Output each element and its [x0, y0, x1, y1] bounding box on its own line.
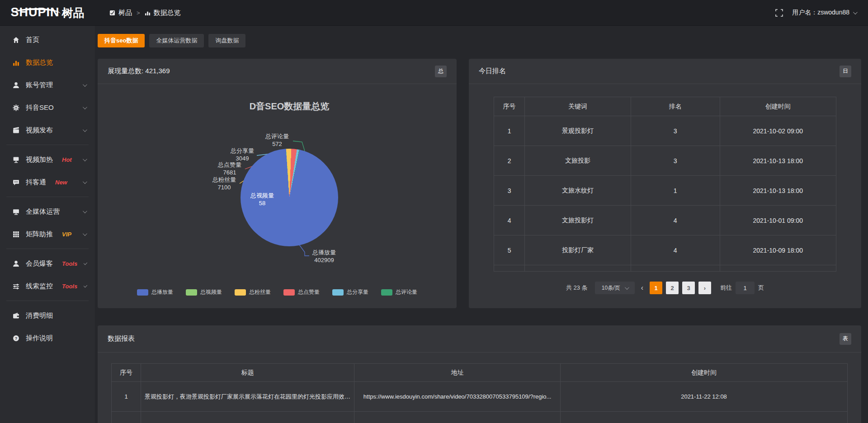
legend-item-shares[interactable]: 总分享量 [332, 288, 368, 296]
monitor-icon [13, 156, 19, 163]
table-header-row: 序号 关键词 排名 创建时间 [494, 97, 836, 116]
pie-label-shares: 总分享量3049 [231, 147, 254, 162]
chevron-down-icon [83, 209, 87, 213]
col-header-title: 标题 [141, 364, 354, 382]
goto-page-input[interactable] [736, 282, 755, 294]
screen-icon [13, 208, 19, 215]
member-icon [13, 260, 19, 267]
legend-swatch [186, 289, 197, 296]
breadcrumb-separator: > [137, 9, 140, 16]
username-label: 用户名：zswodun88 [792, 9, 849, 17]
prev-page-button[interactable]: ‹ [638, 284, 646, 292]
chevron-down-icon [83, 157, 87, 161]
sidebar-item-help[interactable]: ? 操作说明 [0, 327, 95, 349]
sidebar-divider [6, 301, 89, 301]
legend-item-fans[interactable]: 总粉丝量 [235, 288, 271, 296]
page-button-3[interactable]: 3 [682, 282, 695, 294]
today-ranking-panel: 今日排名 日 序号 关键词 排名 创建时间 1 景观投影灯 3 [469, 59, 861, 308]
tools-badge: Tools [62, 260, 77, 267]
legend-swatch [332, 289, 344, 296]
pie-label-fans: 总粉丝量7100 [212, 176, 236, 191]
user-menu[interactable]: 用户名：zswodun88 [792, 9, 856, 17]
table-header-row: 序号 标题 地址 创建时间 [112, 364, 848, 382]
legend-item-likes[interactable]: 总点赞量 [283, 288, 320, 296]
sidebar-item-home[interactable]: 首页 [0, 28, 95, 51]
legend-swatch [235, 289, 246, 296]
home-icon [13, 37, 19, 43]
cell-title: 景观投影灯，夜游景观投影灯厂家展示展示落花灯在花园里的灯光投影应用效果 # [141, 382, 354, 412]
chevron-down-icon [624, 285, 629, 290]
chevron-down-icon [84, 261, 87, 264]
cell-keyword: 文旅水纹灯 [525, 176, 631, 206]
gear-icon [13, 104, 19, 111]
cell-keyword: 文旅投影 [525, 146, 631, 176]
cell-keyword: 文旅投影灯 [525, 206, 631, 235]
cell-url-link[interactable]: https://www.iesdouyin.com/share/video/70… [354, 382, 561, 412]
sidebar-item-member[interactable]: 会员爆客 Tools [0, 252, 95, 275]
total-badge-button[interactable]: 总 [435, 66, 447, 77]
cell-index: 2 [494, 146, 525, 176]
breadcrumb-item-data-overview[interactable]: 数据总览 [145, 9, 181, 17]
main-content: 抖音seo数据 全媒体运营数据 询盘数据 展现量总数: 421,369 总 D音… [95, 26, 868, 423]
impressions-total-label: 展现量总数: 421,369 [108, 67, 170, 75]
table-row: 1 景观投影灯 3 2021-10-02 09:00 [494, 116, 836, 146]
cell-index: 1 [494, 116, 525, 146]
cell-index: 3 [494, 176, 525, 206]
breadcrumb-label: 树品 [118, 9, 132, 17]
day-badge-button[interactable]: 日 [840, 66, 851, 77]
sidebar-item-video-heat[interactable]: 视频加热 Hot [0, 148, 95, 171]
sidebar-item-video-publish[interactable]: 视频发布 [0, 119, 95, 141]
fullscreen-icon[interactable] [775, 9, 783, 17]
table-row-partial [494, 265, 836, 272]
sidebar-item-douketong[interactable]: 抖客通 New [0, 171, 95, 193]
cell-rank: 3 [631, 146, 720, 176]
sidebar-item-label: 全媒体运营 [26, 207, 60, 216]
cell-rank: 4 [631, 235, 720, 265]
chart-title: D音SEO数据量总览 [154, 100, 425, 113]
legend-item-videos[interactable]: 总视频量 [186, 288, 222, 296]
bar-chart-icon [13, 59, 19, 66]
cell-created: 2021-11-22 12:08 [561, 382, 848, 412]
sidebar-item-account[interactable]: 账号管理 [0, 74, 95, 96]
cell-created: 2021-10-02 09:00 [720, 116, 836, 146]
sidebar-item-label: 抖客通 [26, 178, 46, 187]
sidebar-item-label: 首页 [26, 36, 39, 44]
sidebar-item-clue-monitor[interactable]: 线索监控 Tools [0, 275, 95, 297]
legend-swatch [381, 289, 392, 296]
legend-item-plays[interactable]: 总播放量 [137, 288, 173, 296]
legend-swatch [137, 289, 148, 296]
sidebar-item-label: 抖音SEO [26, 103, 54, 112]
goto-suffix: 页 [758, 284, 764, 292]
page-button-1[interactable]: 1 [650, 282, 662, 294]
col-header-keyword: 关键词 [525, 97, 631, 116]
sidebar-item-consumption[interactable]: 消费明细 [0, 304, 95, 327]
sidebar-item-label: 矩阵助推 [26, 230, 53, 239]
sidebar-item-douyin-seo[interactable]: 抖音SEO [0, 96, 95, 119]
next-page-button[interactable]: › [698, 282, 711, 294]
page-button-2[interactable]: 2 [666, 282, 679, 294]
sidebar-item-matrix-boost[interactable]: 矩阵助推 VIP [0, 223, 95, 245]
hot-badge: Hot [62, 156, 72, 163]
legend-item-comments[interactable]: 总评论量 [381, 288, 417, 296]
page-size-select[interactable]: 10条/页 [595, 282, 635, 294]
tools-badge: Tools [62, 283, 77, 290]
col-header-index: 序号 [494, 97, 525, 116]
tab-douyin-seo-data[interactable]: 抖音seo数据 [98, 34, 145, 47]
col-header-index: 序号 [112, 364, 141, 382]
table-row: 1 景观投影灯，夜游景观投影灯厂家展示展示落花灯在花园里的灯光投影应用效果 # … [112, 382, 848, 412]
breadcrumb-item-shupin[interactable]: 树品 [109, 9, 132, 17]
sidebar-divider [6, 249, 89, 249]
cell-rank: 3 [631, 116, 720, 146]
tab-inquiry-data[interactable]: 询盘数据 [208, 34, 245, 47]
sidebar-item-media-operation[interactable]: 全媒体运营 [0, 200, 95, 223]
svg-text:?: ? [15, 336, 18, 340]
table-badge-button[interactable]: 表 [840, 333, 851, 345]
user-icon [13, 82, 19, 89]
cell-rank: 4 [631, 206, 720, 235]
data-tabs: 抖音seo数据 全媒体运营数据 询盘数据 [98, 34, 861, 47]
sidebar-item-data-overview[interactable]: 数据总览 [0, 51, 95, 74]
tab-media-operation-data[interactable]: 全媒体运营数据 [149, 34, 204, 47]
chevron-down-icon [83, 82, 87, 87]
cell-index: 4 [494, 206, 525, 235]
cell-index: 1 [112, 382, 141, 412]
